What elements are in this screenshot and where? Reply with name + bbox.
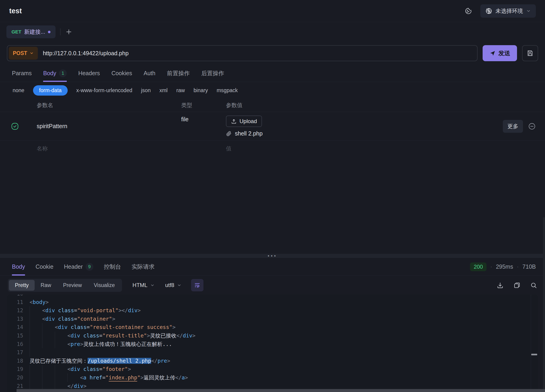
chevron-down-icon	[30, 51, 34, 55]
code-token: =	[102, 374, 105, 380]
code-token: </	[68, 383, 74, 389]
enabled-checkbox[interactable]	[11, 122, 19, 130]
code-token: >	[147, 333, 150, 339]
save-button[interactable]	[522, 45, 538, 61]
indent-guide	[68, 374, 80, 382]
overview-ruler-marker	[531, 354, 537, 355]
response-tab-header[interactable]: Header9	[64, 258, 93, 276]
param-name[interactable]: spiritPattern	[30, 123, 181, 129]
remove-row-button[interactable]	[528, 122, 536, 130]
body-type-raw[interactable]: raw	[176, 85, 185, 96]
download-button[interactable]	[497, 282, 504, 289]
response-body-viewer[interactable]: 1011<body>12<div class="void-portal"></d…	[7, 294, 538, 392]
body-type-form-data[interactable]: form-data	[33, 85, 68, 96]
chevron-down-icon	[526, 9, 531, 13]
cookie-icon[interactable]	[465, 7, 472, 15]
search-button[interactable]	[530, 282, 537, 289]
col-param-name: 参数名	[30, 102, 181, 109]
response-time: 295ms	[496, 263, 513, 270]
line-content	[30, 348, 42, 357]
view-mode-preview[interactable]: Preview	[57, 280, 88, 291]
empty-param-row: 名称 值	[0, 141, 545, 156]
tab-badge: 1	[59, 69, 67, 77]
indent-guide	[42, 340, 55, 349]
line-number: 19	[7, 365, 23, 374]
code-token: ></	[118, 307, 128, 313]
request-tab-item[interactable]: GET 新建接...	[6, 25, 56, 38]
body-type-none[interactable]: none	[12, 85, 24, 96]
request-tab-strip: GET 新建接...	[0, 22, 545, 42]
request-tab-params[interactable]: Params	[12, 65, 32, 82]
code-token: >	[137, 307, 141, 313]
upload-button[interactable]: Upload	[226, 116, 262, 127]
line-content: <div class="footer">	[30, 365, 131, 374]
format-dropdown[interactable]: HTML	[133, 282, 155, 288]
environment-label: 未选择环境	[495, 7, 523, 15]
response-tab-控制台[interactable]: 控制台	[104, 258, 121, 276]
environment-selector[interactable]: 未选择环境	[480, 4, 536, 18]
more-button[interactable]: 更多	[503, 120, 523, 133]
code-line: 12<div class="void-portal"></div>	[7, 306, 538, 315]
line-number: 15	[7, 331, 23, 340]
code-token: div	[183, 333, 192, 339]
uploaded-file[interactable]: shell 2.php	[226, 130, 263, 137]
url-text[interactable]: http://127.0.0.1:49422/upload.php	[43, 50, 129, 57]
code-token: </	[151, 358, 158, 364]
request-tab-前置操作[interactable]: 前置操作	[167, 65, 190, 82]
tab-label: Header	[64, 263, 83, 270]
format-label: HTML	[133, 282, 148, 288]
response-tabs: BodyCookieHeader9控制台实际请求	[12, 258, 155, 276]
line-number: 11	[7, 298, 23, 306]
line-number: 12	[7, 306, 23, 315]
code-token	[55, 316, 58, 322]
code-token: "result-container success"	[90, 324, 172, 330]
request-tab-body[interactable]: Body1	[43, 65, 67, 82]
add-tab-button[interactable]	[65, 28, 73, 36]
tab-label: Cookies	[111, 70, 132, 77]
panel-resize-handle[interactable]: •••	[0, 254, 545, 258]
param-name-placeholder[interactable]: 名称	[30, 145, 181, 152]
request-tab-headers[interactable]: Headers	[78, 65, 100, 82]
table-row: spiritPattern file Upload shell 2.php 更多	[0, 112, 545, 141]
paper-plane-icon	[489, 50, 496, 56]
view-mode-raw[interactable]: Raw	[35, 280, 57, 291]
indent-guide	[55, 331, 68, 340]
method-dropdown[interactable]: POST	[9, 47, 38, 60]
code-token: >	[128, 366, 131, 372]
response-tab-cookie[interactable]: Cookie	[36, 258, 53, 276]
response-tab-实际请求[interactable]: 实际请求	[132, 258, 155, 276]
body-type-xml[interactable]: xml	[159, 85, 168, 96]
code-token: >	[80, 341, 83, 347]
code-token: <	[42, 316, 45, 322]
upload-label: Upload	[240, 118, 257, 124]
send-button[interactable]: 发送	[483, 45, 517, 61]
url-input[interactable]: POST http://127.0.0.1:49422/upload.php	[7, 45, 477, 61]
body-type-binary[interactable]: binary	[194, 85, 208, 96]
code-token: 灵纹上传成功！玉魄核心正在解析...	[83, 341, 172, 347]
request-tab-auth[interactable]: Auth	[144, 65, 155, 82]
request-tab-后置操作[interactable]: 后置操作	[201, 65, 224, 82]
line-number: 16	[7, 340, 23, 349]
code-token: div	[45, 316, 55, 322]
code-token: =	[74, 307, 77, 313]
body-type-msgpack[interactable]: msgpack	[217, 85, 238, 96]
body-type-json[interactable]: json	[141, 85, 151, 96]
view-mode-visualize[interactable]: Visualize	[88, 280, 121, 291]
tab-method-label: GET	[12, 29, 21, 35]
param-type[interactable]: file	[181, 116, 226, 123]
body-type-x-www-form-urlencoded[interactable]: x-www-form-urlencoded	[76, 85, 132, 96]
view-mode-pretty[interactable]: Pretty	[9, 280, 35, 291]
copy-button[interactable]	[513, 282, 520, 289]
indent-guide	[42, 331, 55, 340]
response-tab-body[interactable]: Body	[12, 258, 25, 276]
tab-label: Cookie	[36, 263, 53, 270]
indent-guide	[42, 323, 55, 331]
indent-guide	[30, 340, 42, 349]
encoding-dropdown[interactable]: utf8	[165, 282, 181, 288]
tab-label: 后置操作	[201, 69, 224, 77]
horizontal-scrollbar[interactable]	[17, 389, 545, 392]
request-tab-cookies[interactable]: Cookies	[111, 65, 132, 82]
word-wrap-toggle[interactable]	[191, 279, 204, 291]
vertical-scrollbar-track[interactable]	[543, 217, 545, 389]
param-value-placeholder[interactable]: 值	[226, 145, 536, 152]
